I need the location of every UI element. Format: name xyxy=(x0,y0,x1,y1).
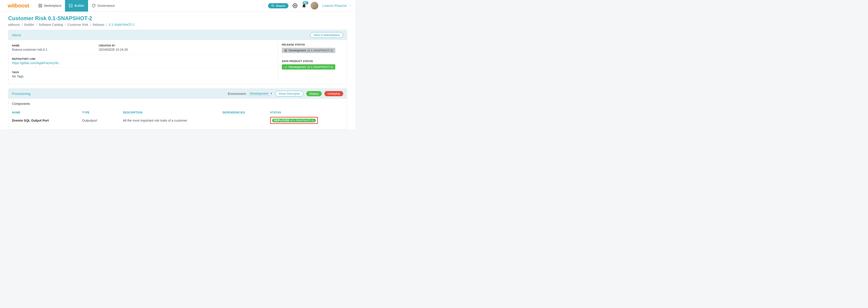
deploy-button[interactable]: Deploy xyxy=(306,91,322,96)
th-type: TYPE xyxy=(82,111,123,114)
value-name: finance.customer-risk.0.1 xyxy=(12,48,99,52)
search-button[interactable]: Search xyxy=(268,3,288,8)
view-in-marketplace-button[interactable]: View in Marketplace xyxy=(310,32,343,38)
topnav-right: Search 99+ Lorenzo Pirazzini xyxy=(268,2,351,9)
release-status-label: RELEASE STATUS xyxy=(282,43,343,46)
nav-builder[interactable]: Builder xyxy=(65,0,88,11)
release-status-pill: Development (0.1-SNAPSHOT-2) xyxy=(282,48,335,53)
breadcrumb: witboost/ Builder/ Software Catalog/ Cus… xyxy=(0,23,355,30)
table-row: Dremio SQL Output Port Outputport All th… xyxy=(12,116,343,125)
page-title: Customer Risk 0.1-SNAPSHOT-2 xyxy=(0,14,355,23)
svg-point-7 xyxy=(294,5,296,6)
dp-status-pill: Development (0.1-SNAPSHOT-1) xyxy=(282,64,335,69)
env-value: Development xyxy=(250,92,269,95)
crumb[interactable]: Builder xyxy=(24,23,34,27)
svg-rect-1 xyxy=(40,4,42,5)
title-main: Customer Risk xyxy=(8,15,46,21)
top-nav: witboost Marketplace Builder Governance … xyxy=(0,0,355,11)
nav-label: Governance xyxy=(98,4,115,7)
nav-items: Marketplace Builder Governance xyxy=(35,0,118,11)
value-repo-link[interactable]: https://gitlab.com/AgileFactory/W... xyxy=(12,61,272,65)
logo: witboost xyxy=(8,2,29,9)
label-created: CREATED AT xyxy=(99,44,185,47)
svg-line-6 xyxy=(273,6,274,7)
about-card: About View in Marketplace NAME finance.c… xyxy=(8,30,347,84)
nav-marketplace[interactable]: Marketplace xyxy=(35,0,65,11)
svg-rect-3 xyxy=(40,6,42,7)
release-status-env: Development xyxy=(289,49,306,52)
nav-label: Builder xyxy=(74,4,85,7)
provisioning-title: Provisioning xyxy=(12,92,31,96)
dp-status-label: DATA PRODUCT STATUS xyxy=(282,60,343,62)
status-chip: DEPLOYED (0.1-SNAPSHOT-1) xyxy=(272,119,316,122)
undeploy-button[interactable]: Undeploy xyxy=(324,91,343,96)
show-descriptor-button[interactable]: Show Descriptor xyxy=(275,91,303,96)
code-icon xyxy=(69,4,73,8)
env-select[interactable]: Development ▼ xyxy=(249,92,273,96)
nav-label: Marketplace xyxy=(44,4,61,7)
cell-desc: All the most important risk traits of a … xyxy=(123,119,222,122)
cell-status: DEPLOYED (0.1-SNAPSHOT-1) xyxy=(270,117,343,124)
settings-button[interactable] xyxy=(292,3,298,8)
dp-status-env: Development xyxy=(289,65,306,69)
about-title: About xyxy=(12,33,21,37)
status-sub: (0.1-SNAPSHOT-1) xyxy=(290,119,314,122)
gear-icon xyxy=(292,3,298,8)
table-header: NAME TYPE DESCRIPTION DEPENDENCIES STATU… xyxy=(12,110,343,116)
chevron-down-icon: ▼ xyxy=(270,92,272,95)
dp-status-ver: (0.1-SNAPSHOT-1) xyxy=(307,65,333,69)
status-main: DEPLOYED xyxy=(274,119,289,122)
shield-icon xyxy=(92,4,96,8)
svg-rect-0 xyxy=(39,4,40,5)
value-created: 2024/03/28 10:24:26 xyxy=(99,48,185,52)
check-icon xyxy=(284,65,287,69)
env-label: Environment: xyxy=(228,92,246,96)
notifications-button[interactable]: 99+ xyxy=(302,3,307,8)
notification-badge: 99+ xyxy=(303,1,308,4)
search-icon xyxy=(271,4,274,7)
crumb[interactable]: witboost xyxy=(8,23,20,27)
grid-icon xyxy=(38,4,42,8)
circle-x-icon xyxy=(284,49,287,52)
label-repo: REPOSITORY LINK xyxy=(12,58,272,60)
svg-rect-2 xyxy=(39,6,40,7)
svg-point-5 xyxy=(272,4,274,6)
username-text: Lorenzo Pirazzini xyxy=(322,4,347,7)
cell-type: Outputport xyxy=(82,119,123,122)
search-label: Search xyxy=(276,4,285,7)
user-menu[interactable]: Lorenzo Pirazzini xyxy=(322,4,351,7)
provisioning-card: Provisioning Environment: Development ▼ … xyxy=(8,88,347,129)
crumb[interactable]: Release xyxy=(93,23,104,27)
avatar[interactable] xyxy=(311,2,318,9)
value-tags: No Tags xyxy=(12,74,272,78)
th-status: STATUS xyxy=(270,111,343,114)
crumb[interactable]: Software Catalog xyxy=(39,23,63,27)
crumb[interactable]: Customer Risk xyxy=(67,23,88,27)
th-name: NAME xyxy=(12,111,82,114)
release-status-ver: (0.1-SNAPSHOT-2) xyxy=(307,49,333,52)
title-version: 0.1-SNAPSHOT-2 xyxy=(48,15,92,21)
label-tags: TAGS xyxy=(12,71,272,73)
th-dep: DEPENDENCIES xyxy=(222,111,270,114)
components-heading: Components xyxy=(12,102,343,105)
status-highlight: DEPLOYED (0.1-SNAPSHOT-1) xyxy=(270,117,318,124)
crumb-current: 0.1-SNAPSHOT-2 xyxy=(109,23,134,27)
label-name: NAME xyxy=(12,44,99,47)
cell-name[interactable]: Dremio SQL Output Port xyxy=(12,119,82,122)
nav-governance[interactable]: Governance xyxy=(88,0,118,11)
chevron-down-icon xyxy=(349,4,351,7)
th-desc: DESCRIPTION xyxy=(123,111,222,114)
